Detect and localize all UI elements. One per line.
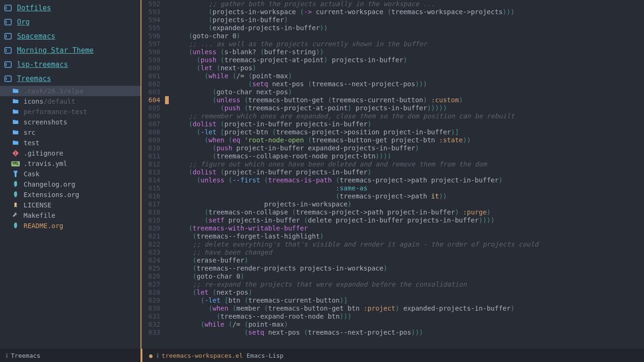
code-line[interactable]: 607 (dolist (project-in-buffer projects-… bbox=[141, 120, 644, 128]
tree-item-label: screenshots bbox=[24, 118, 67, 126]
code-line[interactable]: 610 (push project-in-buffer expanded-pro… bbox=[141, 144, 644, 152]
code-line[interactable]: 625 (treemacs--render-projects projects-… bbox=[141, 264, 644, 272]
code-line[interactable]: 628 (let (next-pos) bbox=[141, 288, 644, 296]
line-text: ;; re-expand the projects that were expa… bbox=[169, 280, 644, 288]
tree-item-label: src bbox=[24, 129, 35, 136]
line-text: (treemacs--forget-last-highlight) bbox=[169, 232, 644, 240]
tree-item[interactable]: Extensions.org bbox=[0, 189, 140, 200]
code-line[interactable]: 608 (-let [project-btn (treemacs-project… bbox=[141, 128, 644, 136]
code-line[interactable]: 604 (unless (treemacs-button-get (treema… bbox=[141, 96, 644, 104]
line-number: 603 bbox=[141, 88, 165, 96]
tree-item-label: .cask/26.3/elpa bbox=[24, 87, 83, 95]
line-marker bbox=[165, 48, 169, 56]
line-number: 623 bbox=[141, 248, 165, 256]
line-number: 616 bbox=[141, 192, 165, 200]
tree-item[interactable]: icons/default bbox=[0, 96, 140, 107]
line-marker bbox=[165, 216, 169, 224]
code-line[interactable]: 594 (projects-in-buffer) bbox=[141, 16, 644, 24]
code-editor[interactable]: 592 ;; gather both the projects actually… bbox=[140, 0, 644, 362]
code-line[interactable]: 603 (goto-char next-pos) bbox=[141, 88, 644, 96]
make-icon bbox=[11, 212, 20, 219]
code-line[interactable]: 613 (dolist (project-in-buffer projects-… bbox=[141, 168, 644, 176]
line-marker bbox=[165, 208, 169, 216]
project-label: lsp-treemacs bbox=[17, 60, 68, 69]
line-text: (projects-in-buffer) bbox=[169, 16, 644, 24]
code-line[interactable]: 611 (treemacs--collapse-root-node projec… bbox=[141, 152, 644, 160]
line-marker bbox=[165, 184, 169, 192]
code-line[interactable]: 606 ;; remember which ones are expanded,… bbox=[141, 112, 644, 120]
code-line[interactable]: 614 (unless (--first (treemacs-is-path (… bbox=[141, 176, 644, 184]
code-line[interactable]: 599 (push (treemacs-project-at-point) pr… bbox=[141, 56, 644, 64]
code-line[interactable]: 622 ;; delete everything's that's visibl… bbox=[141, 240, 644, 248]
code-line[interactable]: 596 (goto-char 0) bbox=[141, 32, 644, 40]
line-marker bbox=[165, 248, 169, 256]
modeline-editor: ● ℹ treemacs-workspaces.el Emacs-Lisp bbox=[140, 349, 644, 362]
code-line[interactable]: 620 (treemacs-with-writable-buffer bbox=[141, 224, 644, 232]
code-line[interactable]: 592 ;; gather both the projects actually… bbox=[141, 0, 644, 8]
code-line[interactable]: 632 (while (/= (point-max) bbox=[141, 321, 644, 329]
code-line[interactable]: 605 (push (treemacs-project-at-point) pr… bbox=[141, 104, 644, 112]
code-line[interactable]: 597 ;; ... as well as the projects curre… bbox=[141, 40, 644, 48]
code-line[interactable]: 627 ;; re-expand the projects that were … bbox=[141, 280, 644, 288]
code-line[interactable]: 609 (when (eq 'root-node-open (treemacs-… bbox=[141, 136, 644, 144]
tree-item[interactable]: LICENSE bbox=[0, 200, 140, 210]
code-line[interactable]: 615 :same-as bbox=[141, 184, 644, 192]
code-line[interactable]: 626 (goto-char 0) bbox=[141, 272, 644, 280]
project-morning-star-theme[interactable]: Morning Star Theme bbox=[0, 43, 140, 58]
tree-item[interactable]: Makefile bbox=[0, 210, 140, 221]
line-number: 604 bbox=[141, 96, 165, 104]
modeline-buffer-name: Treemacs bbox=[11, 352, 41, 359]
org-icon bbox=[11, 191, 20, 198]
code-line[interactable]: 598 (unless (s-blank? (buffer-string)) bbox=[141, 48, 644, 56]
line-marker bbox=[165, 240, 169, 248]
license-icon bbox=[11, 201, 20, 209]
code-line[interactable]: 593 (projects-in-workspace (-> current-w… bbox=[141, 8, 644, 16]
line-marker bbox=[165, 8, 169, 16]
code-line[interactable]: 616 (treemacs-project->path it)) bbox=[141, 192, 644, 200]
code-line[interactable]: 618 (treemacs-on-collapse (treemacs-proj… bbox=[141, 208, 644, 216]
code-line[interactable]: 600 (let (next-pos) bbox=[141, 64, 644, 72]
code-line[interactable]: 621 (treemacs--forget-last-highlight) bbox=[141, 232, 644, 240]
code-line[interactable]: 595 (expanded-projects-in-buffer)) bbox=[141, 24, 644, 32]
line-text: (push (treemacs-project-at-point) projec… bbox=[169, 104, 644, 112]
code-line[interactable]: 612 ;; figure out which ones have been d… bbox=[141, 160, 644, 168]
code-line[interactable]: 630 (when (member (treemacs-button-get b… bbox=[141, 304, 644, 313]
treemacs-sidebar[interactable]: DotfilesOrgSpacemacsMorning Star Themels… bbox=[0, 0, 140, 349]
folder-icon bbox=[11, 108, 20, 115]
line-text: (setq next-pos (treemacs--next-project-p… bbox=[169, 80, 644, 88]
project-icon bbox=[4, 18, 12, 26]
tree-item[interactable]: test bbox=[0, 138, 140, 148]
tree-item[interactable]: .gitignore bbox=[0, 148, 140, 158]
project-treemacs[interactable]: Treemacs bbox=[0, 72, 140, 86]
line-marker bbox=[165, 16, 169, 24]
svg-rect-7 bbox=[6, 49, 7, 52]
tree-item[interactable]: Cask bbox=[0, 169, 140, 179]
project-spacemacs[interactable]: Spacemacs bbox=[0, 29, 140, 43]
tree-item[interactable]: performance-test bbox=[0, 107, 140, 117]
line-text: (unless (treemacs-button-get (treemacs-c… bbox=[169, 96, 644, 104]
line-marker bbox=[165, 296, 169, 304]
line-number: 632 bbox=[141, 321, 165, 329]
tree-item[interactable]: src bbox=[0, 127, 140, 138]
project-dotfiles[interactable]: Dotfiles bbox=[0, 1, 140, 15]
code-line[interactable]: 619 (setf projects-in-buffer (delete pro… bbox=[141, 216, 644, 224]
tree-item[interactable]: README.org bbox=[0, 221, 140, 231]
code-line[interactable]: 631 (treemacs--expand-root-node btn))) bbox=[141, 313, 644, 321]
line-text: ;; remember which ones are expanded, clo… bbox=[169, 112, 644, 120]
tree-item[interactable]: Changelog.org bbox=[0, 179, 140, 189]
code-line[interactable]: 602 (setq next-pos (treemacs--next-proje… bbox=[141, 80, 644, 88]
code-line[interactable]: 624 (erase-buffer) bbox=[141, 256, 644, 264]
code-line[interactable]: 629 (-let [btn (treemacs-current-button)… bbox=[141, 296, 644, 304]
tree-item[interactable]: .cask/26.3/elpa bbox=[0, 86, 140, 96]
code-line[interactable]: 617 projects-in-workspace) bbox=[141, 200, 644, 208]
line-number: 620 bbox=[141, 224, 165, 232]
tree-item[interactable]: YML.travis.yml bbox=[0, 158, 140, 169]
code-line[interactable]: 623 ;; have been changed bbox=[141, 248, 644, 256]
project-lsp-treemacs[interactable]: lsp-treemacs bbox=[0, 58, 140, 72]
project-label: Morning Star Theme bbox=[17, 46, 94, 55]
project-org[interactable]: Org bbox=[0, 15, 140, 29]
code-line[interactable]: 633 (setq next-pos (treemacs--next-proje… bbox=[141, 329, 644, 337]
code-line[interactable]: 601 (while (/= (point-max) bbox=[141, 72, 644, 80]
line-text: (treemacs-on-collapse (treemacs-project-… bbox=[169, 208, 644, 216]
tree-item[interactable]: screenshots bbox=[0, 117, 140, 127]
